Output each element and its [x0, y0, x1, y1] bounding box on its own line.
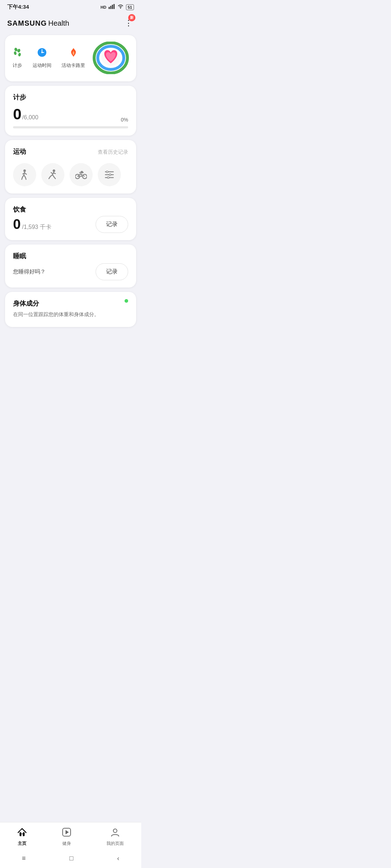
calories-icon	[68, 47, 79, 60]
app-logo: SAMSUNG Health	[7, 19, 69, 27]
signal-icon	[109, 4, 115, 10]
exercise-buttons	[13, 163, 128, 186]
more-exercises-button[interactable]	[98, 163, 121, 186]
svg-point-12	[41, 52, 43, 53]
food-title: 饮食	[13, 206, 26, 213]
status-bar: 下午4:34 HD 51	[0, 0, 141, 13]
svg-line-28	[49, 176, 50, 179]
svg-rect-0	[109, 7, 110, 9]
food-goal: /1,593 千卡	[22, 224, 51, 230]
activity-metrics: 计步 运动时间 活动卡路里	[12, 47, 85, 69]
status-time: 下午4:34	[7, 4, 29, 10]
steps-header: 计步	[13, 93, 128, 103]
sleep-question: 您睡得好吗？	[13, 268, 46, 275]
sleep-card: 睡眠 您睡得好吗？ 记录	[5, 244, 136, 288]
svg-line-31	[51, 173, 52, 174]
status-icons: HD 51	[101, 4, 134, 10]
sleep-record-button[interactable]: 记录	[96, 263, 128, 280]
metric-calories[interactable]: 活动卡路里	[62, 47, 85, 69]
exercise-title: 运动	[13, 147, 26, 156]
calories-label: 活动卡路里	[62, 62, 85, 69]
food-record-button[interactable]: 记录	[96, 216, 128, 233]
app-header: SAMSUNG Health 新 ⋮	[0, 13, 141, 33]
svg-point-4	[120, 8, 121, 9]
sleep-title: 睡眠	[13, 252, 26, 260]
svg-line-21	[25, 177, 26, 179]
steps-icon	[12, 47, 22, 60]
svg-rect-1	[110, 6, 111, 9]
hd-icon: HD	[101, 5, 106, 9]
food-calories-display: 0 /1,593 千卡	[13, 217, 51, 232]
cycle-button[interactable]	[70, 163, 93, 186]
steps-row: 0 /6,000 0%	[13, 106, 128, 123]
svg-point-5	[14, 47, 18, 52]
svg-point-6	[17, 48, 21, 52]
steps-progress-bar	[13, 126, 128, 128]
steps-percentage: 0%	[121, 117, 128, 123]
svg-rect-2	[112, 5, 113, 9]
sleep-row: 您睡得好吗？ 记录	[13, 263, 128, 280]
body-title: 身体成分	[13, 300, 39, 307]
food-current: 0	[13, 217, 21, 232]
svg-line-29	[54, 177, 55, 179]
exercise-time-icon	[37, 47, 47, 60]
svg-line-20	[22, 177, 22, 179]
exercise-header: 运动 查看历史记录	[13, 147, 128, 157]
wifi-icon	[117, 4, 124, 10]
svg-point-7	[13, 51, 17, 55]
steps-title: 计步	[13, 93, 26, 102]
metric-exercise-time[interactable]: 运动时间	[33, 47, 51, 69]
exercise-time-label: 运动时间	[33, 62, 51, 69]
body-description: 在同一位置跟踪您的体重和身体成分。	[13, 311, 128, 318]
food-card: 饮食 0 /1,593 千卡 记录	[5, 198, 136, 240]
food-row: 0 /1,593 千卡 记录	[13, 216, 128, 233]
steps-display: 0 /6,000	[13, 106, 38, 123]
logo-samsung: SAMSUNG	[7, 19, 47, 27]
battery-indicator: 51	[126, 4, 134, 10]
metric-steps[interactable]: 计步	[12, 47, 22, 69]
history-link[interactable]: 查看历史记录	[98, 149, 128, 156]
svg-point-8	[18, 52, 21, 56]
logo-health: Health	[48, 19, 69, 27]
svg-point-45	[108, 177, 109, 179]
walk-button[interactable]	[13, 163, 36, 186]
steps-label: 计步	[13, 62, 22, 69]
exercise-card: 运动 查看历史记录	[5, 140, 136, 193]
svg-rect-3	[113, 4, 114, 9]
run-button[interactable]	[41, 163, 64, 186]
steps-current: 0	[13, 106, 21, 123]
svg-point-43	[106, 171, 108, 173]
activity-summary-card: 计步 运动时间 活动卡路里	[5, 35, 136, 81]
green-dot-indicator	[125, 299, 128, 303]
heart-ring-graphic[interactable]	[93, 42, 129, 74]
header-right: 新 ⋮	[123, 17, 134, 29]
steps-goal: /6,000	[22, 114, 38, 121]
svg-point-44	[109, 174, 111, 176]
body-composition-card: 身体成分 在同一位置跟踪您的体重和身体成分。	[5, 292, 136, 327]
notification-badge[interactable]: 新	[128, 14, 135, 21]
steps-card: 计步 0 /6,000 0%	[5, 86, 136, 136]
